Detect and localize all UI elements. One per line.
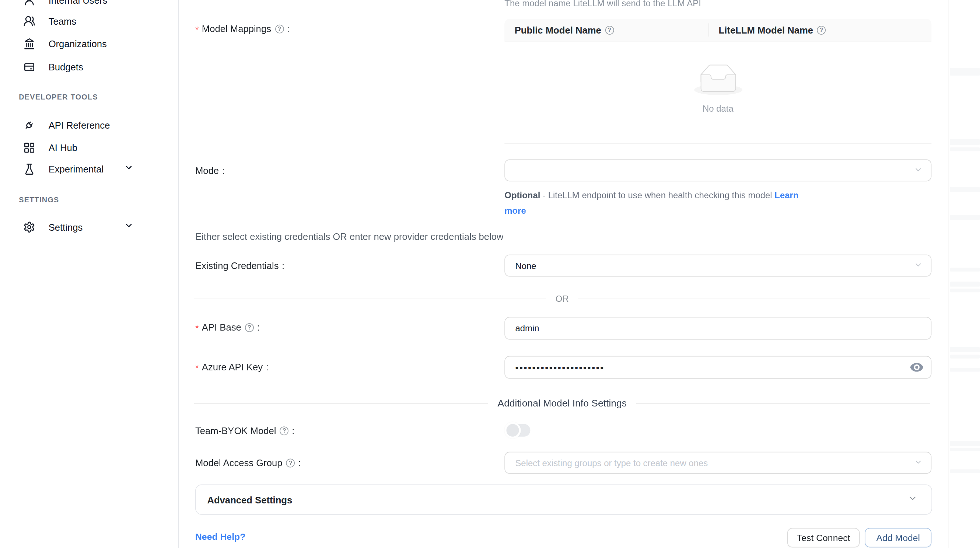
mode-help-text: Optional - LiteLLM endpoint to use when … xyxy=(504,188,814,218)
sidebar-item-label: Teams xyxy=(49,16,76,26)
sidebar-item-label: AI Hub xyxy=(49,142,77,153)
required-asterisk: * xyxy=(195,363,199,373)
sidebar-item-organizations[interactable]: Organizations xyxy=(0,32,179,55)
additional-info-divider: Additional Model Info Settings xyxy=(194,398,930,409)
model-mappings-label: * Model Mappings xyxy=(195,23,290,35)
api-base-label: * API Base xyxy=(195,321,260,333)
chevron-down-icon xyxy=(124,221,134,233)
app-window: Internal Users Teams Organizations Budge… xyxy=(0,0,980,548)
sidebar-item-label: Organizations xyxy=(49,38,107,49)
chevron-down-icon xyxy=(914,260,923,271)
sidebar-item-api-reference[interactable]: API Reference xyxy=(0,113,179,136)
team-byok-label: Team-BYOK Model xyxy=(195,425,294,436)
column-header-litellm-model-name: LiteLLM Model Name xyxy=(708,25,931,35)
help-circle-icon[interactable] xyxy=(245,323,254,332)
masked-password-value: ••••••••••••••••••••• xyxy=(515,362,604,373)
model-mappings-table: Public Model Name LiteLLM Model Name No … xyxy=(504,19,931,143)
help-circle-icon[interactable] xyxy=(275,24,284,33)
need-help-link[interactable]: Need Help? xyxy=(195,532,245,542)
model-access-group-select[interactable]: Select existing groups or type to create… xyxy=(504,452,931,474)
table-empty-state: No data xyxy=(504,41,931,144)
sidebar-section-developer-tools: DEVELOPER TOOLS xyxy=(19,93,98,101)
sidebar-item-ai-hub[interactable]: AI Hub xyxy=(0,136,179,159)
column-header-public-model-name: Public Model Name xyxy=(504,25,708,35)
sidebar-item-label: API Reference xyxy=(49,119,110,130)
sidebar-item-settings[interactable]: Settings xyxy=(0,216,179,239)
gear-icon xyxy=(23,221,35,233)
sidebar: Internal Users Teams Organizations Budge… xyxy=(0,0,179,548)
selected-value: None xyxy=(515,261,536,271)
sidebar-item-label: Experimental xyxy=(49,164,104,174)
sidebar-item-label: Settings xyxy=(49,221,83,232)
existing-credentials-label: Existing Credentials xyxy=(195,260,285,271)
model-access-group-label: Model Access Group xyxy=(195,457,301,468)
model-name-hint: The model name LiteLLM will send to the … xyxy=(504,0,701,8)
flask-icon xyxy=(23,163,35,175)
help-circle-icon[interactable] xyxy=(817,25,826,34)
team-byok-toggle[interactable] xyxy=(507,424,530,437)
sidebar-item-label: Internal Users xyxy=(49,0,108,6)
advanced-settings-accordion[interactable]: Advanced Settings xyxy=(195,484,932,515)
required-asterisk: * xyxy=(195,25,199,35)
input-value: admin xyxy=(515,323,539,333)
no-data-text: No data xyxy=(703,103,733,113)
azure-api-key-label: * Azure API Key xyxy=(195,361,269,373)
sidebar-item-label: Budgets xyxy=(49,62,83,72)
table-header: Public Model Name LiteLLM Model Name xyxy=(504,19,931,41)
api-base-input[interactable]: admin xyxy=(504,317,931,340)
add-model-button[interactable]: Add Model xyxy=(865,528,931,548)
help-circle-icon[interactable] xyxy=(280,426,289,435)
or-divider: OR xyxy=(194,294,930,304)
toggle-knob xyxy=(504,422,520,438)
column-divider xyxy=(708,23,709,37)
sidebar-item-teams[interactable]: Teams xyxy=(0,10,179,32)
chevron-down-icon xyxy=(907,494,917,506)
chevron-down-icon xyxy=(124,163,134,175)
required-asterisk: * xyxy=(195,323,199,333)
chevron-down-icon xyxy=(914,165,923,176)
test-connect-button[interactable]: Test Connect xyxy=(788,528,860,548)
chevron-down-icon xyxy=(914,457,923,468)
eye-icon[interactable] xyxy=(910,363,923,372)
content-right-divider xyxy=(949,0,950,548)
select-placeholder: Select existing groups or type to create… xyxy=(515,458,708,468)
credit-card-icon xyxy=(23,61,35,73)
azure-api-key-input[interactable]: ••••••••••••••••••••• xyxy=(504,356,931,379)
bank-icon xyxy=(23,38,35,49)
existing-credentials-select[interactable]: None xyxy=(504,255,931,277)
sidebar-item-experimental[interactable]: Experimental xyxy=(0,158,179,180)
advanced-settings-label: Advanced Settings xyxy=(207,494,292,505)
grid-icon xyxy=(23,142,35,153)
credentials-note: Either select existing credentials OR en… xyxy=(195,231,504,242)
user-icon xyxy=(23,0,35,6)
mode-label: Mode xyxy=(195,165,225,176)
plug-icon xyxy=(23,119,35,131)
sidebar-item-budgets[interactable]: Budgets xyxy=(0,55,179,78)
mode-select[interactable] xyxy=(504,159,931,182)
users-icon xyxy=(23,15,35,27)
help-circle-icon[interactable] xyxy=(286,459,295,467)
sidebar-section-settings: SETTINGS xyxy=(19,196,59,204)
empty-box-icon xyxy=(694,64,742,98)
help-circle-icon[interactable] xyxy=(605,25,614,34)
